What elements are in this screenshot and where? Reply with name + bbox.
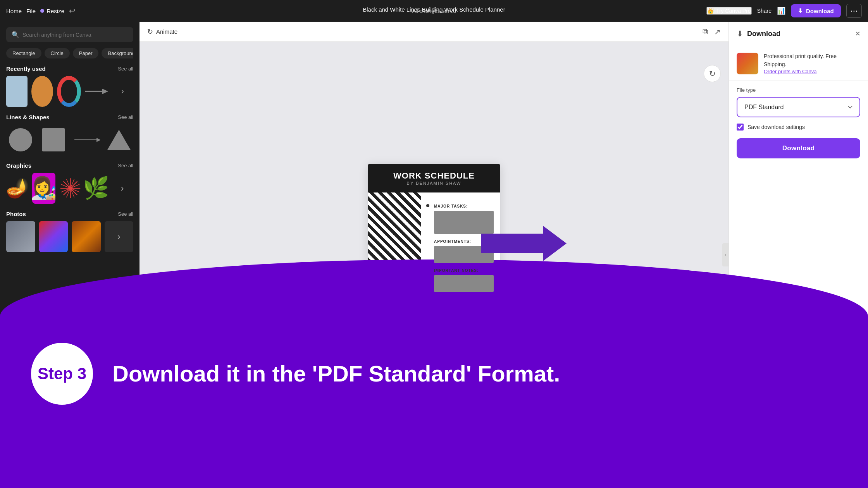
- graphic-leaf[interactable]: 🌿: [85, 173, 107, 204]
- photos-title: Photos: [6, 211, 26, 217]
- doc-title: WORK SCHEDULE: [374, 171, 494, 181]
- try-pro-button[interactable]: 👑 Try Canva Pro: [706, 7, 752, 15]
- share-button[interactable]: Share: [757, 8, 772, 14]
- chip-circle[interactable]: Circle: [45, 48, 70, 58]
- photo-3[interactable]: [72, 221, 101, 252]
- lines-shapes-grid: [6, 124, 133, 155]
- top-nav: Home File Resize ↩ All changes saved Bla…: [0, 0, 868, 22]
- analytics-icon[interactable]: 📊: [777, 7, 785, 15]
- graphics-title: Graphics: [6, 162, 31, 169]
- panel-header: ⬇ Download ×: [729, 22, 868, 46]
- recent-item-circle[interactable]: [31, 76, 53, 107]
- doc-box-appointments: [434, 246, 494, 263]
- svg-marker-1: [102, 89, 108, 94]
- doc-section-notes: IMPORTANT NOTES:: [434, 268, 494, 273]
- doc-box-notes: [434, 275, 494, 292]
- step-circle: Step 3: [31, 343, 93, 405]
- promo-text: Professional print quality. Free Shippin…: [764, 52, 860, 69]
- photo-2[interactable]: [39, 221, 68, 252]
- lines-shapes-title: Lines & Shapes: [6, 114, 50, 120]
- panel-title: Download: [747, 30, 780, 38]
- panel-close-button[interactable]: ×: [855, 29, 860, 39]
- nav-home[interactable]: Home: [6, 8, 22, 14]
- crown-icon: 👑: [707, 8, 714, 14]
- recent-item-ring[interactable]: [57, 76, 81, 107]
- animate-button[interactable]: ↻ Animate: [147, 27, 177, 36]
- panel-header-left: ⬇ Download: [737, 29, 780, 38]
- document-title: Black and White Lines Building Work Sche…: [363, 6, 505, 13]
- lines-shapes-see-all[interactable]: See all: [118, 114, 133, 120]
- panel-download-icon: ⬇: [737, 29, 743, 38]
- graphics-see-all[interactable]: See all: [118, 163, 133, 168]
- download-icon: ⬇: [798, 7, 803, 14]
- save-settings-label: Save download settings: [747, 124, 805, 130]
- copy-icon[interactable]: ⧉: [703, 27, 708, 36]
- doc-section-appointments: APPOINTMENTS:: [434, 239, 494, 244]
- graphics-header: Graphics See all: [6, 162, 133, 169]
- format-select-wrapper: PDF Standard PDF Print PNG JPG SVG MP4 V…: [737, 97, 860, 117]
- chip-background[interactable]: Background: [102, 48, 133, 58]
- collapse-sidebar-button[interactable]: ‹: [722, 243, 728, 266]
- chip-rectangle[interactable]: Rectangle: [6, 48, 41, 58]
- graphic-person[interactable]: 👩‍🎨: [32, 173, 55, 204]
- photos-more-arrow[interactable]: ›: [105, 221, 134, 252]
- promo-content: Professional print quality. Free Shippin…: [764, 52, 860, 74]
- doc-box-major: [434, 211, 494, 234]
- chip-paper[interactable]: Paper: [73, 48, 99, 58]
- animate-icon: ↻: [147, 27, 153, 36]
- photos-see-all[interactable]: See all: [118, 211, 133, 217]
- promo-thumbnail: [737, 53, 758, 74]
- resize-dot-icon: [40, 9, 44, 13]
- nav-right-actions: 👑 Try Canva Pro Share 📊 ⬇ Download ···: [706, 4, 862, 18]
- recently-used-grid: ›: [6, 76, 133, 107]
- lines-shapes-header: Lines & Shapes See all: [6, 114, 133, 120]
- tutorial-description: Download it in the 'PDF Standard' Format…: [112, 360, 560, 387]
- nav-download-button[interactable]: ⬇ Download: [791, 4, 841, 17]
- step-label: Step 3: [38, 364, 86, 383]
- doc-content: MAJOR TASKS: APPOINTMENTS: IMPORTANT NOT…: [368, 192, 500, 301]
- file-type-label: File type: [737, 87, 860, 93]
- lines-line-arrow[interactable]: [72, 124, 101, 155]
- lines-circle[interactable]: [6, 124, 35, 155]
- graphics-grid: 🪔 👩‍🎨: [6, 173, 133, 204]
- doc-subtitle: BY BENJAMIN SHAW: [374, 181, 494, 186]
- download-action-button[interactable]: Download: [737, 138, 860, 158]
- photo-1[interactable]: [6, 221, 35, 252]
- undo-icon[interactable]: ↩: [69, 6, 76, 15]
- recent-more-button[interactable]: ›: [112, 76, 133, 107]
- canvas-toolbar-icons: ⧉ ↗: [703, 27, 721, 36]
- recently-used-see-all[interactable]: See all: [118, 66, 133, 72]
- refresh-button[interactable]: ↻: [704, 65, 721, 82]
- lines-triangle[interactable]: [105, 124, 134, 155]
- recently-used-title: Recently used: [6, 65, 46, 72]
- graphics-more-arrow[interactable]: ›: [111, 173, 133, 204]
- panel-format-section: File type PDF Standard PDF Print PNG JPG…: [729, 81, 868, 165]
- photos-grid: ›: [6, 221, 133, 252]
- recently-used-header: Recently used See all: [6, 65, 133, 72]
- doc-header: WORK SCHEDULE BY BENJAMIN SHAW: [368, 164, 500, 192]
- canvas-toolbar: ↻ Animate ⧉ ↗: [140, 22, 728, 42]
- panel-promo: Professional print quality. Free Shippin…: [729, 46, 868, 81]
- save-settings-row: Save download settings: [737, 124, 860, 131]
- search-icon: 🔍: [12, 31, 19, 38]
- graphic-burst[interactable]: [59, 173, 81, 204]
- doc-section-major: MAJOR TASKS:: [434, 204, 494, 208]
- recent-item-arrow[interactable]: [85, 76, 108, 107]
- photos-header: Photos See all: [6, 211, 133, 217]
- search-input[interactable]: [22, 32, 128, 38]
- nav-file[interactable]: File: [26, 8, 36, 14]
- format-select[interactable]: PDF Standard PDF Print PNG JPG SVG MP4 V…: [738, 98, 859, 116]
- shape-chips-row: Rectangle Circle Paper Background ›: [6, 48, 133, 58]
- graphic-candle[interactable]: 🪔: [6, 173, 28, 204]
- lines-square[interactable]: [39, 124, 68, 155]
- nav-resize[interactable]: Resize: [40, 8, 64, 14]
- recent-item-square[interactable]: [6, 76, 28, 107]
- promo-link[interactable]: Order prints with Canva: [764, 69, 860, 74]
- save-settings-checkbox[interactable]: [737, 124, 744, 131]
- more-options-button[interactable]: ···: [846, 4, 862, 18]
- share-canvas-icon[interactable]: ↗: [714, 27, 721, 36]
- search-bar: 🔍: [6, 27, 133, 42]
